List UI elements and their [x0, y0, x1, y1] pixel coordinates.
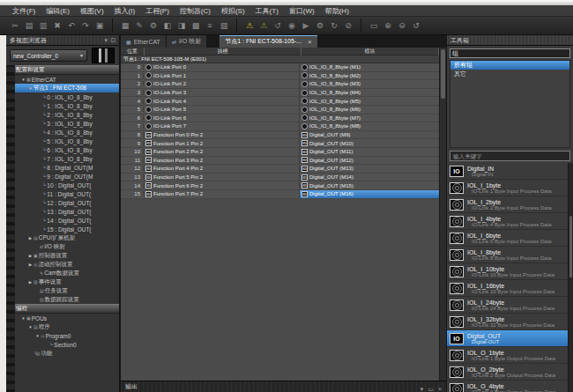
- slot-row-10[interactable]: 10 Function Port 2 Pin 2 Digital_OUT (M1…: [121, 148, 446, 157]
- toolbox-item-digital-in[interactable]: Digital_IN Digital-IN: [447, 163, 568, 180]
- tree-slot-6[interactable]: └▫ 6 : IOL_IO_8_8by: [15, 145, 119, 154]
- menu-view[interactable]: 视图(V): [75, 5, 109, 17]
- expand-arrow-icon[interactable]: ▶: [27, 280, 33, 285]
- panel-menu-icon[interactable]: ▾: [105, 37, 108, 43]
- module-cell[interactable]: Digital_OUT (M9): [300, 131, 439, 139]
- controller-select[interactable]: new_Controller_0 ▼: [10, 49, 87, 62]
- project-icon[interactable]: ▦: [119, 19, 131, 33]
- tree-slot-8[interactable]: └▫ 8 : Digital_OUT(M: [15, 163, 119, 172]
- tree-slot-11[interactable]: └▫ 11 : Digital_OUT(: [15, 189, 119, 198]
- slot-cell[interactable]: IO-Link Port 3: [144, 89, 300, 97]
- toolbox-item-iol-o-2byte[interactable]: IOL_O_2byte IO-Link 2 Byte Output Proces…: [447, 364, 568, 381]
- toolbox-scrollbar[interactable]: [568, 163, 573, 392]
- slot-cell[interactable]: Function Port 5 Pin 2: [144, 174, 300, 181]
- slot-row-7[interactable]: 7 IO-Link Port 7 IOL_IO_8_8byte (M8): [121, 122, 446, 131]
- delete-icon[interactable]: ✖: [51, 19, 63, 33]
- tree-slot-1[interactable]: └▫ 1 : IOL_IO_8_8by: [15, 101, 119, 110]
- toolbox-scrollbar-thumb[interactable]: [569, 216, 572, 277]
- tree-slot-4[interactable]: └▫ 4 : IOL_IO_8_8by: [15, 128, 119, 137]
- tree-task-settings[interactable]: ▤ 任务设置: [15, 286, 119, 295]
- toolbar-separator[interactable]: [112, 18, 113, 33]
- toolbox-item-iol-i-16byte[interactable]: IOL_I_16byte IO-Link 16 Byte Input Proce…: [447, 280, 568, 297]
- expand-arrow-icon[interactable]: ▼: [27, 325, 33, 329]
- slot-cell[interactable]: IO-Link Port 2: [144, 80, 300, 88]
- menu-edit[interactable]: 编辑(E): [41, 5, 75, 17]
- expand-arrow-icon[interactable]: ▶: [27, 263, 33, 267]
- menu-file[interactable]: 文件(F): [7, 5, 41, 17]
- group-all[interactable]: 所有组: [450, 61, 569, 70]
- toolbox-item-iol-i-10byte[interactable]: IOL_I_10byte IO-Link 10 Byte Input Proce…: [447, 263, 568, 280]
- output-close-icon[interactable]: ×: [438, 386, 442, 392]
- slot-row-4[interactable]: 4 IO-Link Port 4 IOL_IO_8_8byte (M5): [121, 97, 446, 106]
- cut-icon[interactable]: ✂: [9, 19, 21, 33]
- output-collapse-icon[interactable]: ▾: [420, 386, 424, 392]
- pattern-icon[interactable]: ▧: [218, 19, 230, 33]
- zoom-reset-icon[interactable]: ↺: [410, 19, 422, 33]
- tree-event-settings[interactable]: ▶ ▥ 事件设置: [15, 277, 119, 286]
- tree-slot-9[interactable]: └▫ 9 : Digital_OUT(M: [15, 172, 119, 181]
- slot-cell[interactable]: Function Port 2 Pin 2: [144, 148, 300, 156]
- slot-row-0[interactable]: 0 IO-Link Port 0 IOL_IO_8_8byte (M1): [121, 63, 446, 72]
- tab-io-map[interactable]: ⇄ I/O 映射: [167, 35, 207, 48]
- slot-row-9[interactable]: 9 Function Port 1 Pin 2 Digital_OUT (M10…: [121, 139, 446, 148]
- slot-row-6[interactable]: 6 IO-Link Port 6 IOL_IO_8_8byte (M7): [121, 115, 446, 123]
- menu-window[interactable]: 窗口(W): [284, 5, 320, 17]
- monitor-icon[interactable]: ◉: [286, 19, 298, 33]
- window-right-icon[interactable]: ◨: [175, 19, 188, 33]
- settings-icon[interactable]: ⚙: [314, 19, 326, 33]
- slot-cell[interactable]: Function Port 3 Pin 2: [144, 157, 300, 165]
- slot-row-12[interactable]: 12 Function Port 4 Pin 2 Digital_OUT (M1…: [121, 165, 446, 174]
- slot-cell[interactable]: Function Port 1 Pin 2: [144, 139, 300, 147]
- module-cell[interactable]: Digital_OUT (M14): [300, 174, 439, 181]
- tree-slot-0[interactable]: └▫ 0 : IOL_IO_8_8by: [15, 92, 119, 101]
- edit-icon[interactable]: ✎: [133, 19, 145, 33]
- module-cell[interactable]: IOL_IO_8_8byte (M6): [300, 106, 439, 114]
- slot-row-5[interactable]: 5 IO-Link Port 5 IOL_IO_8_8byte (M6): [121, 106, 446, 115]
- module-cell[interactable]: IOL_IO_8_8byte (M8): [300, 122, 439, 130]
- module-cell[interactable]: IOL_IO_8_8byte (M5): [300, 97, 439, 105]
- slot-row-1[interactable]: 1 IO-Link Port 1 IOL_IO_8_8byte (M2): [121, 72, 446, 81]
- toolbox-item-iol-i-24byte[interactable]: IOL_I_24byte IO-Link 24 Byte Input Proce…: [447, 297, 568, 314]
- paste-icon[interactable]: ▥: [37, 19, 49, 33]
- run-icon[interactable]: ▶: [300, 19, 312, 33]
- tree-programs[interactable]: ▼ ▤ 程序: [15, 322, 119, 331]
- toolbox-item-iol-i-4byte[interactable]: IOL_I_4byte IO-Link 4 Byte Input Process…: [447, 213, 568, 230]
- zoom-in-icon[interactable]: ⊕: [382, 19, 394, 33]
- slot-row-8[interactable]: 8 Function Port 0 Pin 2 Digital_OUT (M9): [121, 131, 446, 140]
- slot-row-15[interactable]: 15 Function Port 7 Pin 2 Digital_OUT (M1…: [121, 190, 446, 199]
- build-icon[interactable]: ⚙: [147, 19, 160, 33]
- module-cell[interactable]: Digital_OUT (M11): [300, 148, 439, 156]
- online-icon[interactable]: ↺: [272, 19, 284, 33]
- toolbox-item-iol-o-1byte[interactable]: IOL_O_1byte IO-Link 1 Byte Output Proces…: [447, 347, 568, 364]
- tree-section0[interactable]: └▫ Section0: [15, 340, 119, 349]
- slot-cell[interactable]: IO-Link Port 1: [144, 72, 300, 80]
- tree-program0[interactable]: ▼ ▭ Program0: [15, 331, 119, 340]
- slot-cell[interactable]: Function Port 4 Pin 2: [144, 165, 300, 173]
- toolbox-item-iol-i-1byte[interactable]: IOL_I_1byte IO-Link 1 Byte Input Process…: [447, 180, 568, 196]
- tree-slot-12[interactable]: └▫ 12 : Digital_OUT(: [15, 198, 119, 207]
- tab-close-icon[interactable]: ×: [308, 38, 312, 46]
- toolbox-item-iol-i-8byte[interactable]: IOL_I_8byte IO-Link 8 Byte Input Process…: [447, 247, 568, 263]
- window-left-icon[interactable]: ◧: [161, 19, 174, 33]
- tree-slot-3[interactable]: └▫ 3 : IOL_IO_8_8by: [15, 119, 119, 128]
- pin-icon[interactable]: ⊡: [110, 37, 115, 43]
- tree-programming[interactable]: ▼ 编程: [15, 304, 119, 314]
- list-icon[interactable]: ≡: [204, 19, 216, 33]
- check-all-icon[interactable]: ⚠: [257, 19, 270, 33]
- tree-io-map[interactable]: ⇄ I/O 映射: [15, 242, 119, 251]
- menu-simulation[interactable]: 模拟(S): [216, 5, 250, 17]
- undo-icon[interactable]: ↶: [65, 19, 78, 33]
- module-cell[interactable]: Digital_OUT (M13): [300, 165, 439, 173]
- slot-cell[interactable]: Function Port 6 Pin 2: [144, 181, 300, 189]
- slot-cell[interactable]: IO-Link Port 7: [144, 122, 300, 130]
- expand-arrow-icon[interactable]: ▶: [27, 254, 33, 258]
- tree-ethercat[interactable]: ▼ ▦ EtherCAT: [15, 75, 119, 84]
- toolbox-item-iol-i-6byte[interactable]: IOL_I_6byte IO-Link 6 Byte Input Process…: [447, 230, 568, 247]
- tree-slot-10[interactable]: └▫ 10 : Digital_OUT(: [15, 181, 119, 189]
- toolbar-separator[interactable]: [361, 18, 361, 33]
- tree-functions[interactable]: └▤ 功能: [15, 349, 119, 358]
- module-cell[interactable]: Digital_OUT (M16): [300, 190, 439, 198]
- redo-icon[interactable]: ↷: [79, 19, 92, 33]
- expand-arrow-icon[interactable]: ▶: [27, 236, 33, 240]
- tree-slot-14[interactable]: └▫ 14 : Digital_OUT(: [15, 216, 119, 225]
